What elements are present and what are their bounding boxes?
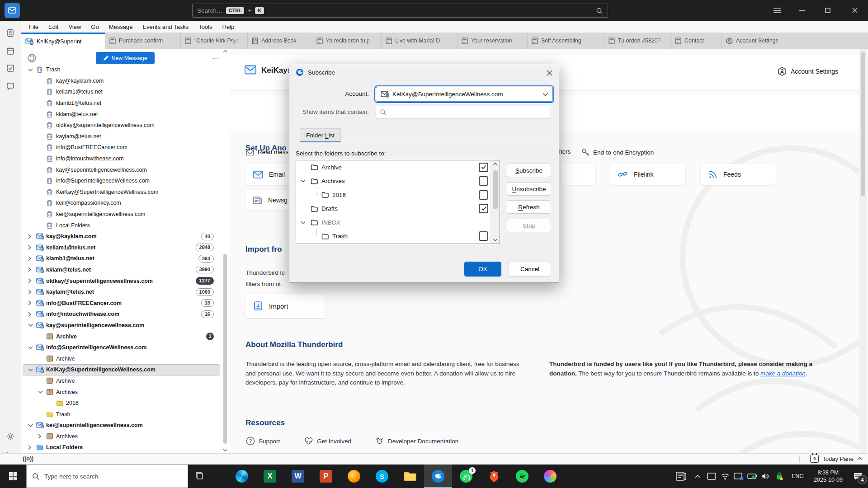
menu-tools[interactable]: Tools — [193, 22, 217, 32]
folder-row-klamb1-telus-net[interactable]: klamb1@telus.net363 — [23, 253, 220, 264]
tray-overflow-chevron-icon[interactable] — [691, 465, 705, 488]
folder-row-oldkay-superintelligencewellness-com[interactable]: oldkay@superintelligencewellness.com — [23, 120, 220, 131]
folder-row-archive[interactable]: Archive — [23, 375, 220, 387]
scroll-down-icon[interactable] — [223, 449, 227, 452]
chevron-right-icon[interactable] — [28, 300, 34, 305]
dialog-list-scrollbar[interactable] — [491, 160, 500, 244]
chevron-down-icon[interactable] — [28, 346, 34, 349]
taskbar-app-brave[interactable] — [480, 465, 508, 488]
start-button[interactable] — [0, 465, 26, 488]
subscribe-row-archives[interactable]: Archives — [296, 174, 500, 188]
tab-tu-orden-58207[interactable]: Tu orden #58207 — [604, 33, 671, 49]
chevron-down-icon[interactable] — [38, 390, 44, 394]
get-involved-link[interactable]: Get Involved — [304, 436, 351, 446]
sidebar-scrollbar[interactable] — [222, 50, 228, 452]
menu-help[interactable]: Help — [217, 22, 239, 32]
feeds-setup-card[interactable]: Feeds — [701, 164, 776, 185]
scroll-down-icon[interactable] — [493, 238, 498, 242]
subscribe-checkbox[interactable] — [479, 204, 488, 213]
global-search-input[interactable]: Search… CTRL + K — [192, 4, 608, 18]
tab-keikay-superint[interactable]: KeiKay@SuperInt — [21, 33, 105, 49]
chevron-right-icon[interactable] — [38, 434, 44, 439]
subscribe-row-drafts[interactable]: Drafts — [296, 202, 500, 216]
subscribe-row-archive[interactable]: Archive — [296, 160, 500, 174]
folder-row-keilam1-telus-net[interactable]: keilam1@telus.net — [23, 86, 220, 98]
tab-address-book[interactable]: Address Book — [248, 33, 312, 49]
partial-card[interactable] — [561, 164, 595, 185]
menu-file[interactable]: File — [24, 22, 43, 32]
filelink-setup-card[interactable]: Filelink — [610, 164, 685, 185]
make-a-donation-link[interactable]: make a donation — [760, 370, 806, 377]
settings-space-button[interactable] — [5, 431, 15, 441]
support-link[interactable]: ?Support — [246, 436, 280, 446]
chevron-right-icon[interactable] — [28, 312, 34, 317]
menu-message[interactable]: Message — [104, 22, 138, 32]
battery-icon[interactable] — [745, 465, 759, 488]
wifi-icon[interactable] — [718, 465, 732, 488]
security-lock-icon[interactable] — [773, 465, 786, 488]
scrollbar-thumb[interactable] — [223, 254, 227, 444]
task-view-button[interactable] — [188, 465, 212, 488]
globe-icon[interactable] — [27, 53, 37, 63]
folder-row-klamb1-telus-net[interactable]: klamb1@telus.net — [23, 98, 220, 109]
folder-row-archive[interactable]: Archive — [23, 353, 220, 364]
folder-row-kaylam-telus-net[interactable]: kaylam@telus.net1069 — [23, 286, 220, 298]
folder-list-tab[interactable]: Folder List — [300, 128, 341, 142]
chevron-right-icon[interactable] — [28, 234, 34, 239]
end-to-end-encryption-link[interactable]: End-to-end Encryption — [581, 148, 654, 156]
subscribe-checkbox[interactable] — [479, 190, 488, 200]
taskbar-app-skype[interactable]: S — [368, 465, 396, 488]
filter-items-input[interactable] — [376, 106, 551, 118]
subscribe-button[interactable]: Subscribe — [507, 164, 551, 177]
chevron-right-icon[interactable] — [28, 278, 34, 283]
subscribe-checkbox[interactable] — [479, 163, 488, 172]
new-message-button[interactable]: New Message — [96, 52, 155, 64]
scroll-up-icon[interactable] — [493, 162, 498, 166]
taskbar-app-powerpoint[interactable]: P — [312, 465, 340, 488]
folder-row-info-bustfreecancer-com[interactable]: info@BustFREECancer.com13 — [23, 297, 220, 309]
taskbar-app-firefox[interactable] — [340, 465, 368, 488]
folder-row-2016[interactable]: 2016 — [23, 398, 220, 409]
main-scrollbar[interactable] — [859, 49, 867, 453]
chevron-down-icon[interactable] — [28, 324, 34, 327]
folder-row-keil-compassionkey-com[interactable]: keil@compassionkey.com — [23, 197, 220, 209]
language-indicator[interactable]: ENG — [786, 473, 809, 479]
folder-row-local-folders[interactable]: Local Folders — [23, 220, 220, 231]
taskbar-app-word[interactable]: W — [284, 465, 312, 488]
refresh-button[interactable]: Refresh — [507, 200, 551, 214]
folder-row-kklam-telus-net[interactable]: kklam@telus.net3990 — [23, 264, 220, 276]
speaker-icon[interactable] — [759, 465, 773, 488]
menu-edit[interactable]: Edit — [43, 22, 63, 32]
scroll-up-icon[interactable] — [223, 50, 227, 53]
folder-row-info-intouchwithease-com[interactable]: info@intouchwithease.com — [23, 153, 220, 164]
tab-your-reservation[interactable]: Your reservation — [458, 33, 528, 49]
tab-ya-recibieron-tu-p[interactable]: Ya recibieron tu p — [312, 33, 382, 49]
folder-row-kay-kayklam-com[interactable]: kay@kayklam.com40 — [23, 231, 220, 242]
taskbar-app-excel[interactable]: X — [256, 465, 284, 488]
chevron-right-icon[interactable] — [28, 445, 34, 450]
minimize-button[interactable] — [796, 5, 807, 15]
address-book-space-button[interactable] — [5, 28, 15, 38]
folder-row-kei-superintelligencewellness-com[interactable]: kei@superintelligencewellness.com — [23, 209, 220, 220]
chevron-right-icon[interactable] — [28, 245, 34, 250]
folder-row-info-superintelligencewellness-com[interactable]: info@SuperIntelligenceWellness.com — [23, 175, 220, 187]
folder-row-kay-kayklam-com[interactable]: kay@kayklam.com — [23, 75, 220, 87]
developer-documentation-link[interactable]: Developer Documentation — [376, 436, 458, 446]
chat-space-button[interactable] — [5, 81, 15, 91]
menu-view[interactable]: View — [63, 22, 86, 32]
folder-row-keilam1-telus-net[interactable]: keilam1@telus.net2848 — [23, 242, 220, 253]
folder-row-kay-superintelligencewellness-com[interactable]: kay@superintelligencewellness.com — [23, 164, 220, 175]
folder-row-info-bustfreecancer-com[interactable]: info@BustFREECancer.com — [23, 142, 220, 153]
account-dropdown[interactable]: KeiKay@SuperIntelligenceWellness.com — [376, 87, 553, 102]
app-menu-button[interactable] — [771, 5, 783, 15]
maximize-button[interactable] — [822, 5, 834, 15]
taskbar-app-whatsapp[interactable]: 1 — [452, 465, 480, 488]
tab-self-assembling[interactable]: Self Assembling — [528, 33, 604, 49]
folder-row-info-superintelligencewellness-com[interactable]: info@SuperIntelligenceWellness.com — [23, 342, 220, 353]
folder-row-kay-superintelligencewellness-com[interactable]: kay@superintelligencewellness.com — [23, 320, 220, 331]
subscribe-row-2016[interactable]: 2016 — [296, 188, 500, 202]
widgets-icon[interactable] — [671, 465, 691, 488]
chevron-down-icon[interactable] — [28, 68, 34, 71]
taskbar-search-input[interactable]: Type here to search — [26, 465, 188, 488]
scrollbar-thumb[interactable] — [493, 170, 498, 209]
